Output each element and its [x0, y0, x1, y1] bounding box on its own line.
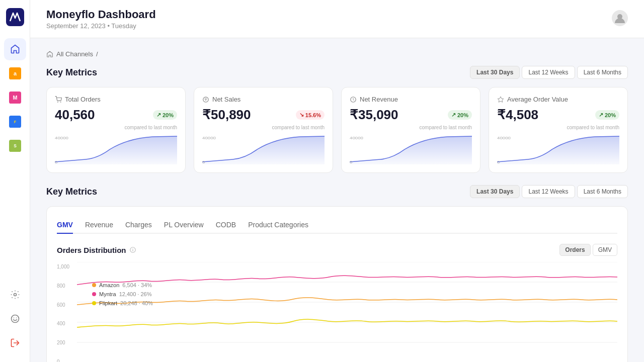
- user-avatar[interactable]: [612, 10, 628, 28]
- card-label-1: Net Sales: [212, 96, 240, 103]
- flipkart-icon: F: [9, 116, 21, 128]
- svg-text:M: M: [13, 95, 17, 101]
- badge-arrow-1: ↘: [299, 112, 304, 118]
- chart-area: Orders Distribution Orders GMV 1,0: [57, 244, 617, 362]
- rupee-icon: [202, 96, 209, 103]
- card-label-0: Total Orders: [65, 96, 101, 103]
- sidebar-bottom: [4, 284, 26, 354]
- metric-value-row-2: ₹35,090 ↗ 20%: [350, 107, 472, 123]
- tab-gmv[interactable]: GMV: [57, 217, 73, 234]
- legend-name-myntra: Myntra: [99, 291, 116, 297]
- time-filter-6months-2[interactable]: Last 6 Months: [577, 185, 628, 198]
- badge-val-2: 20%: [457, 112, 468, 118]
- svg-text:0: 0: [350, 160, 352, 164]
- svg-text:40000: 40000: [497, 136, 511, 140]
- compared-text-3: compared to last month: [497, 125, 619, 130]
- sidebar-item-home[interactable]: [4, 38, 26, 60]
- section-title-2: Key Metrics: [46, 187, 97, 197]
- home-icon: [10, 44, 20, 54]
- sidebar: a M F S: [0, 0, 30, 362]
- metric-value-0: 40,560: [55, 107, 95, 123]
- svg-point-11: [13, 318, 14, 319]
- toggle-gmv[interactable]: GMV: [593, 244, 617, 256]
- card-header-2: Net Revenue: [350, 96, 472, 103]
- card-net-revenue: Net Revenue ₹35,090 ↗ 20% compared to la…: [341, 87, 480, 173]
- time-filter-12weeks-1[interactable]: Last 12 Weeks: [522, 66, 575, 79]
- svg-point-9: [14, 294, 16, 296]
- sidebar-item-settings[interactable]: [4, 284, 26, 306]
- myntra-icon: M: [9, 92, 21, 104]
- svg-text:0: 0: [497, 160, 500, 164]
- svg-text:40000: 40000: [350, 136, 363, 140]
- svg-point-12: [16, 318, 17, 319]
- compared-text-1: compared to last month: [202, 125, 325, 130]
- badge-arrow-3: ↗: [599, 112, 603, 118]
- legend-amazon: Amazon 6,504 · 34%: [92, 282, 153, 288]
- metrics-section-header-2: Key Metrics Last 30 Days Last 12 Weeks L…: [46, 185, 628, 198]
- card-header-1: Net Sales: [202, 96, 325, 103]
- clock-icon: [350, 96, 357, 103]
- mini-chart-0: 40000 0: [55, 134, 177, 164]
- metric-badge-3: ↗ 20%: [595, 110, 619, 120]
- legend-dot-amazon: [92, 283, 96, 287]
- sidebar-item-logout[interactable]: [4, 332, 26, 354]
- second-section: GMV Revenue Charges PL Overview CODB Pro…: [46, 206, 628, 362]
- badge-val-3: 20%: [605, 112, 616, 118]
- card-total-orders: Total Orders 40,560 ↗ 20% compared to la…: [46, 87, 186, 173]
- chart-inner: Amazon 6,504 · 34% Myntra 12,400 · 26% F…: [77, 262, 617, 362]
- app-logo[interactable]: [6, 8, 24, 26]
- breadcrumb-text: All Channels: [56, 50, 93, 58]
- section-title-1: Key Metrics: [46, 67, 97, 78]
- metric-value-row-0: 40,560 ↗ 20%: [55, 107, 177, 123]
- tab-charges[interactable]: Charges: [125, 217, 152, 234]
- metric-badge-1: ↘ 15.6%: [296, 110, 325, 120]
- content-area: All Channels / Key Metrics Last 30 Days …: [30, 38, 644, 362]
- sidebar-item-feedback[interactable]: [4, 308, 26, 330]
- time-filter-6months-1[interactable]: Last 6 Months: [577, 66, 628, 79]
- sidebar-item-shopify[interactable]: S: [4, 135, 26, 157]
- page-title: Moneyflo Dashboard: [46, 8, 156, 21]
- card-net-sales: Net Sales ₹50,890 ↘ 15.6% compared to la…: [194, 87, 333, 173]
- tab-codb[interactable]: CODB: [216, 217, 236, 234]
- breadcrumb-separator: /: [96, 50, 98, 58]
- badge-arrow-0: ↗: [156, 112, 161, 118]
- metric-value-3: ₹4,508: [497, 107, 538, 123]
- time-filter-30days-2[interactable]: Last 30 Days: [470, 185, 520, 198]
- mini-chart-1: 40000 0: [202, 134, 325, 164]
- star-icon: [497, 96, 504, 103]
- tab-revenue[interactable]: Revenue: [85, 217, 113, 234]
- sidebar-item-flipkart[interactable]: F: [4, 111, 26, 133]
- tabs: GMV Revenue Charges PL Overview CODB Pro…: [57, 217, 617, 234]
- svg-text:40000: 40000: [55, 136, 68, 140]
- settings-icon: [10, 290, 20, 300]
- emoji-icon: [10, 314, 20, 324]
- chart-header: Orders Distribution Orders GMV: [57, 244, 617, 256]
- shopify-icon: S: [9, 140, 21, 152]
- time-filters-1: Last 30 Days Last 12 Weeks Last 6 Months: [470, 66, 628, 79]
- mini-chart-2: 40000 0: [350, 134, 472, 164]
- metric-badge-2: ↗ 20%: [448, 110, 472, 120]
- toggle-orders[interactable]: Orders: [559, 244, 590, 256]
- badge-val-1: 15.6%: [305, 112, 321, 118]
- metric-value-2: ₹35,090: [350, 107, 398, 123]
- time-filter-30days-1[interactable]: Last 30 Days: [470, 66, 520, 79]
- sidebar-item-myntra[interactable]: M: [4, 86, 26, 109]
- metric-value-row-1: ₹50,890 ↘ 15.6%: [202, 107, 325, 123]
- time-filter-12weeks-2[interactable]: Last 12 Weeks: [522, 185, 575, 198]
- metric-cards: Total Orders 40,560 ↗ 20% compared to la…: [46, 87, 628, 173]
- breadcrumb: All Channels /: [46, 50, 628, 58]
- chart-title: Orders Distribution: [57, 246, 136, 254]
- card-avg-order: Average Order Value ₹4,508 ↗ 20% compare…: [489, 87, 628, 173]
- badge-val-0: 20%: [163, 112, 174, 118]
- tab-pl-overview[interactable]: PL Overview: [164, 217, 204, 234]
- card-label-3: Average Order Value: [507, 96, 568, 103]
- breadcrumb-home-icon: [46, 51, 53, 58]
- sidebar-item-amazon[interactable]: a: [4, 62, 26, 84]
- svg-text:40000: 40000: [202, 136, 216, 140]
- tab-product-categories[interactable]: Product Categories: [248, 217, 308, 234]
- svg-text:a: a: [13, 70, 17, 76]
- legend-val-myntra: 12,400 · 26%: [119, 291, 152, 297]
- badge-arrow-2: ↗: [451, 112, 456, 118]
- time-filters-2: Last 30 Days Last 12 Weeks Last 6 Months: [470, 185, 628, 198]
- legend-val-flipkart: 20,248 · 40%: [120, 300, 153, 306]
